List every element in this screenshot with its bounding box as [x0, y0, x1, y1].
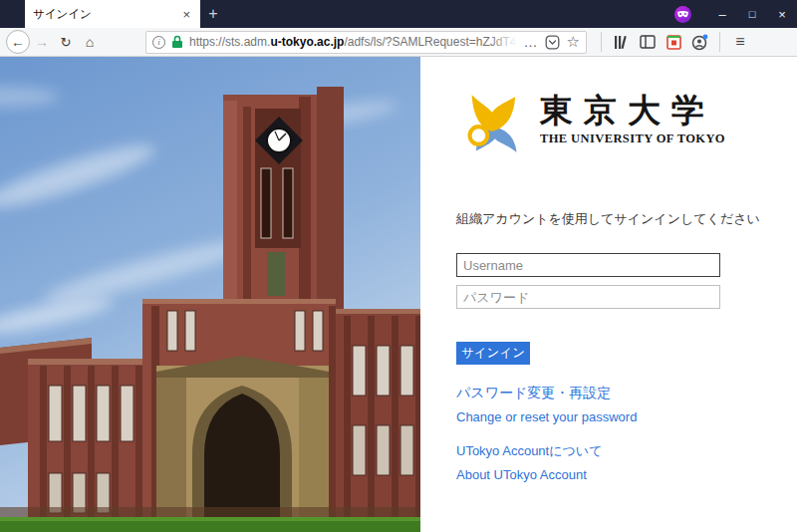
url-protocol: https:// — [189, 35, 225, 49]
tab-title: サインイン — [33, 7, 180, 22]
password-reset-link-en[interactable]: Change or reset your password — [456, 409, 767, 424]
mask-glyph — [677, 11, 688, 18]
window-minimize-button[interactable]: – — [707, 0, 737, 28]
window-maximize-button[interactable]: □ — [737, 0, 767, 28]
site-info-icon[interactable]: i — [152, 36, 165, 49]
extension-icon[interactable] — [661, 30, 686, 54]
password-input[interactable] — [456, 285, 720, 309]
url-fade-overlay — [489, 35, 517, 49]
reload-button[interactable]: ↻ — [54, 30, 78, 54]
ginkgo-leaf-icon — [456, 87, 528, 154]
signin-panel: 東京大学 THE UNIVERSITY OF TOKYO 組織アカウントを使用し… — [420, 57, 797, 532]
account-icon[interactable] — [686, 30, 712, 54]
about-account-link-en[interactable]: About UTokyo Account — [456, 467, 767, 482]
url-domain: u-tokyo.ac.jp — [270, 35, 344, 49]
library-icon[interactable] — [609, 30, 635, 54]
page-content: 東京大学 THE UNIVERSITY OF TOKYO 組織アカウントを使用し… — [0, 57, 797, 532]
home-button[interactable]: ⌂ — [78, 30, 102, 54]
signin-form: サインイン — [456, 253, 767, 365]
signin-instruction: 組織アカウントを使用してサインインしてください — [456, 210, 767, 228]
hamburger-menu-icon[interactable]: ≡ — [727, 30, 753, 54]
about-account-link-ja[interactable]: UTokyo Accountについて — [456, 442, 767, 460]
secure-lock-icon[interactable] — [171, 35, 183, 49]
url-subdomain: sts.adm. — [225, 35, 270, 49]
page-actions-icon[interactable]: … — [524, 34, 538, 50]
signin-button[interactable]: サインイン — [456, 342, 530, 365]
logo-english: THE UNIVERSITY OF TOKYO — [540, 132, 725, 146]
forward-button[interactable]: → — [30, 30, 54, 54]
toolbar-separator — [601, 32, 602, 52]
bookmark-star-icon[interactable]: ☆ — [567, 33, 580, 51]
tabbar-spacer — [226, 0, 674, 28]
campus-photo — [0, 57, 420, 532]
address-bar[interactable]: i https://sts.adm.u-tokyo.ac.jp/adfs/ls/… — [145, 31, 587, 54]
private-browsing-mask-icon — [674, 6, 691, 23]
back-button[interactable]: ← — [6, 30, 30, 54]
tab-bar: サインイン × + – □ × — [0, 0, 797, 28]
password-reset-link-ja[interactable]: パスワード変更・再設定 — [456, 385, 767, 402]
tab-close-icon[interactable]: × — [180, 7, 192, 22]
navigation-toolbar: ← → ↻ ⌂ i https://sts.adm.u-tokyo.ac.jp/… — [0, 28, 797, 57]
new-tab-button[interactable]: + — [200, 0, 226, 28]
browser-tab[interactable]: サインイン × — [25, 0, 200, 28]
logo-kanji: 東京大学 — [540, 95, 725, 128]
toolbar-separator — [719, 32, 720, 52]
utokyo-logo: 東京大学 THE UNIVERSITY OF TOKYO — [456, 87, 767, 154]
username-input[interactable] — [456, 253, 720, 277]
logo-text: 東京大学 THE UNIVERSITY OF TOKYO — [540, 95, 725, 146]
helper-links: パスワード変更・再設定 Change or reset your passwor… — [456, 385, 767, 482]
pocket-icon[interactable] — [545, 35, 560, 50]
url-text: https://sts.adm.u-tokyo.ac.jp/adfs/ls/?S… — [189, 35, 517, 49]
window-close-button[interactable]: × — [767, 0, 797, 28]
sidebar-toggle-icon[interactable] — [635, 30, 661, 54]
